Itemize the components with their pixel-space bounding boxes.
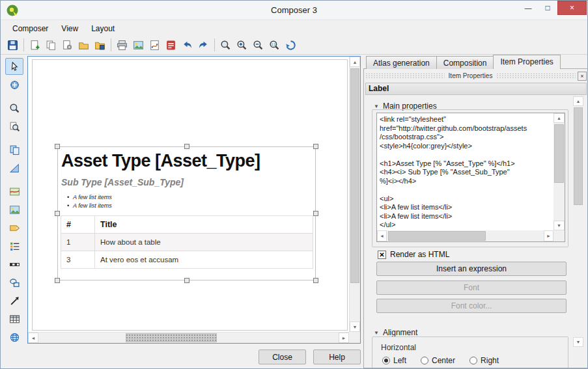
close-button[interactable]: Close <box>259 349 306 364</box>
save-as-template-icon[interactable] <box>92 37 108 53</box>
scroll-right-icon[interactable] <box>544 230 553 241</box>
font-color-button[interactable]: Font color... <box>376 299 567 313</box>
collapse-triangle-icon[interactable] <box>374 328 383 337</box>
dock-header[interactable]: Item Properties × <box>365 71 587 81</box>
editor-vertical-scrollbar[interactable] <box>553 113 565 230</box>
scrollbar-thumb[interactable] <box>554 124 564 183</box>
composer-canvas[interactable]: Asset Type [Asset_Type] Sub Type [Asset_… <box>27 56 361 344</box>
help-button[interactable]: Help <box>313 349 361 364</box>
add-new-map-icon[interactable] <box>5 183 23 200</box>
alignment-header[interactable]: Alignment <box>374 328 417 337</box>
add-html-frame-icon[interactable] <box>5 329 23 346</box>
composer-manager-icon[interactable] <box>59 37 76 53</box>
window-title: Composer 3 <box>1 5 587 15</box>
ruler-icon[interactable] <box>5 159 23 176</box>
align-center-radio[interactable] <box>421 357 428 364</box>
add-new-legend-icon[interactable] <box>5 238 23 254</box>
scroll-down-icon[interactable] <box>553 221 565 230</box>
zoom-full-icon[interactable] <box>217 37 234 53</box>
font-button[interactable]: Font <box>376 280 567 295</box>
insert-expression-button[interactable]: Insert an expression <box>376 262 567 276</box>
redo-icon[interactable] <box>195 37 212 53</box>
titlebar[interactable]: Composer 3 — □ × <box>1 1 587 20</box>
dock-close-icon[interactable]: × <box>578 72 587 81</box>
table-cell: 1 <box>61 234 95 251</box>
maximize-button[interactable]: □ <box>538 1 557 15</box>
scrollbar-thumb[interactable] <box>388 231 486 241</box>
add-new-label-icon[interactable] <box>5 219 23 236</box>
resize-handle[interactable] <box>313 278 318 283</box>
resize-handle[interactable] <box>55 211 60 216</box>
resize-handle[interactable] <box>184 144 189 149</box>
scroll-up-icon[interactable] <box>553 113 565 123</box>
tab-atlas-generation[interactable]: Atlas generation <box>366 56 437 69</box>
render-as-html-row: Render as HTML <box>378 250 449 259</box>
export-as-image-icon[interactable] <box>130 37 147 53</box>
composer-page[interactable]: Asset Type [Asset_Type] Sub Type [Asset_… <box>32 59 348 331</box>
label-item[interactable]: Asset Type [Asset_Type] Sub Type [Asset_… <box>57 146 316 280</box>
undo-icon[interactable] <box>179 37 195 53</box>
scrollbar-thumb[interactable] <box>350 68 359 283</box>
add-arrow-icon[interactable] <box>5 292 23 309</box>
resize-handle[interactable] <box>55 278 60 283</box>
print-icon[interactable] <box>114 37 130 53</box>
zoom-tool-icon[interactable] <box>5 100 23 116</box>
menu-view[interactable]: View <box>55 22 85 35</box>
zoom-in-icon[interactable] <box>234 37 250 53</box>
label-code-text[interactable]: <link rel="stylesheet" href="http://twit… <box>380 115 552 228</box>
scroll-right-icon[interactable] <box>339 333 349 343</box>
copy-items-icon[interactable] <box>5 141 23 158</box>
render-as-html-checkbox[interactable] <box>378 251 386 259</box>
add-attribute-table-icon[interactable] <box>5 310 23 327</box>
panel-tabs: Atlas generation Composition Item Proper… <box>366 55 560 69</box>
scroll-down-icon[interactable] <box>350 321 360 332</box>
label-list-item: A few list items <box>67 202 315 210</box>
align-right-radio[interactable] <box>469 357 477 364</box>
duplicate-composer-icon[interactable] <box>43 37 59 53</box>
dock-grip[interactable] <box>365 73 445 79</box>
align-left-radio[interactable] <box>382 357 390 364</box>
table-header-num: # <box>61 216 95 234</box>
toolbar-separator <box>23 38 24 51</box>
add-image-icon[interactable] <box>5 201 23 218</box>
resize-handle[interactable] <box>313 211 318 216</box>
resize-handle[interactable] <box>313 144 318 149</box>
panel-vertical-scrollbar[interactable] <box>573 96 583 347</box>
canvas-vertical-scrollbar[interactable] <box>349 57 360 332</box>
add-basic-shape-icon[interactable] <box>5 274 23 291</box>
scroll-left-icon[interactable] <box>28 333 38 343</box>
new-composer-icon[interactable] <box>27 37 43 53</box>
export-as-svg-icon[interactable] <box>147 37 163 53</box>
add-new-scalebar-icon[interactable] <box>5 256 23 273</box>
scroll-up-icon[interactable] <box>350 57 360 67</box>
menu-layout[interactable]: Layout <box>85 22 121 35</box>
label-code-editor[interactable]: <link rel="stylesheet" href="http://twit… <box>376 113 565 242</box>
close-window-button[interactable]: × <box>557 1 587 15</box>
scroll-up-icon[interactable] <box>573 96 583 106</box>
move-item-content-icon[interactable] <box>5 76 23 93</box>
scrollbar-thumb[interactable] <box>574 107 583 205</box>
table-row: 3 At vero eos et accusam <box>61 251 313 269</box>
minimize-button[interactable]: — <box>518 1 538 15</box>
zoom-out-icon[interactable] <box>250 37 266 53</box>
dock-grip[interactable] <box>496 73 576 79</box>
scrollbar-thumb[interactable] <box>126 333 217 342</box>
toolbar-separator <box>214 38 215 51</box>
canvas-horizontal-scrollbar[interactable] <box>28 332 349 343</box>
menu-composer[interactable]: Composer <box>6 22 55 35</box>
tab-item-properties[interactable]: Item Properties <box>493 55 560 69</box>
save-project-icon[interactable] <box>5 37 21 53</box>
scroll-down-icon[interactable] <box>573 337 583 347</box>
resize-handle[interactable] <box>184 278 189 283</box>
zoom-actual-size-icon[interactable]: 1:1 <box>266 37 283 53</box>
zoom-item-icon[interactable] <box>5 118 23 135</box>
resize-handle[interactable] <box>55 144 60 149</box>
export-as-pdf-icon[interactable] <box>163 37 179 53</box>
tab-composition[interactable]: Composition <box>436 56 494 69</box>
select-move-item-icon[interactable] <box>5 58 23 75</box>
dock-title: Item Properties <box>445 72 497 79</box>
editor-horizontal-scrollbar[interactable] <box>377 230 553 241</box>
scroll-left-icon[interactable] <box>377 230 387 241</box>
load-from-template-icon[interactable] <box>76 37 92 53</box>
refresh-view-icon[interactable] <box>283 37 299 53</box>
